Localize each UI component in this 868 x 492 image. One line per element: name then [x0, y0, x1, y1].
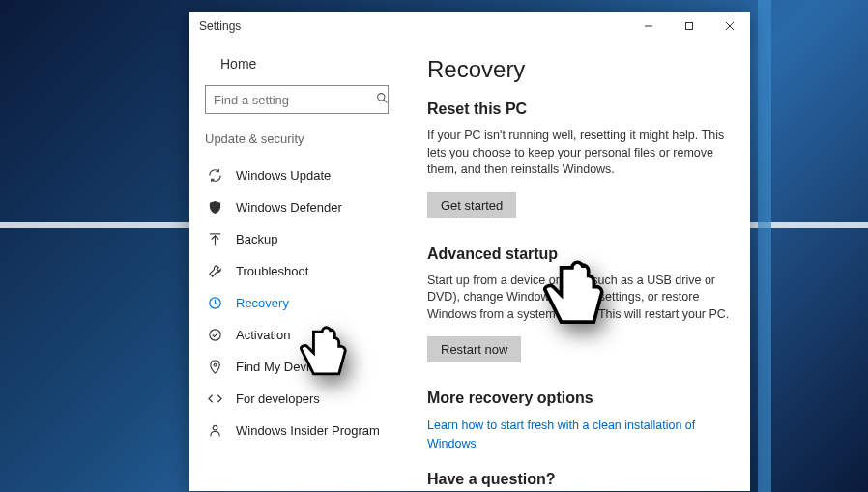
sidebar-item-insider-program[interactable]: Windows Insider Program [205, 415, 389, 447]
svg-line-6 [384, 100, 387, 102]
shield-icon [207, 200, 222, 215]
settings-window: Settings Home [189, 12, 750, 491]
titlebar[interactable]: Settings [189, 12, 750, 41]
advanced-startup-heading: Advanced startup [427, 246, 731, 263]
advanced-startup-body: Start up from a device or disc (such as … [427, 273, 731, 324]
svg-point-9 [209, 330, 219, 340]
svg-point-10 [214, 363, 217, 366]
svg-rect-1 [686, 23, 693, 30]
search-input[interactable] [205, 85, 389, 114]
restart-now-button[interactable]: Restart now [427, 336, 521, 362]
sidebar-category: Update & security [205, 131, 389, 146]
sidebar-item-windows-update[interactable]: Windows Update [205, 159, 389, 191]
recovery-icon [207, 296, 222, 310]
svg-point-5 [378, 94, 385, 101]
close-button[interactable] [709, 12, 750, 41]
page-title: Recovery [427, 56, 731, 83]
backup-icon [207, 232, 222, 246]
nav-label: Find My Device [236, 360, 323, 374]
sidebar-item-activation[interactable]: Activation [205, 319, 389, 351]
sidebar-item-windows-defender[interactable]: Windows Defender [205, 191, 389, 223]
get-started-button[interactable]: Get started [427, 192, 516, 218]
reset-pc-heading: Reset this PC [427, 101, 731, 118]
activation-icon [207, 328, 222, 342]
sidebar-item-backup[interactable]: Backup [205, 223, 389, 255]
sidebar-item-for-developers[interactable]: For developers [205, 383, 389, 415]
window-title: Settings [199, 19, 241, 33]
start-fresh-link[interactable]: Learn how to start fresh with a clean in… [427, 417, 731, 453]
home-label: Home [220, 56, 256, 72]
nav-label: For developers [236, 391, 320, 406]
nav-label: Recovery [236, 296, 289, 310]
nav-label: Windows Update [236, 168, 331, 183]
search-field[interactable] [214, 93, 376, 107]
desktop-background-accent [758, 0, 771, 492]
developer-icon [207, 391, 222, 406]
search-icon [376, 92, 389, 107]
main-panel: Recovery Reset this PC If your PC isn't … [404, 41, 750, 491]
nav-label: Windows Defender [236, 200, 342, 215]
nav-label: Activation [236, 328, 290, 342]
sidebar-item-troubleshoot[interactable]: Troubleshoot [205, 255, 389, 287]
sidebar-home[interactable]: Home [205, 52, 389, 85]
have-a-question-heading: Have a question? [427, 471, 731, 488]
location-icon [207, 360, 222, 374]
nav-label: Windows Insider Program [236, 423, 380, 438]
wrench-icon [207, 264, 222, 278]
maximize-button[interactable] [669, 12, 709, 41]
sync-icon [207, 168, 222, 183]
reset-pc-body: If your PC isn't running well, resetting… [427, 128, 731, 179]
sidebar: Home Update & security Windows Update Wi… [189, 41, 404, 491]
nav-label: Backup [236, 232, 277, 246]
nav-label: Troubleshoot [236, 264, 308, 278]
minimize-button[interactable] [628, 12, 669, 41]
sidebar-item-find-my-device[interactable]: Find My Device [205, 351, 389, 383]
insider-icon [207, 423, 222, 438]
svg-point-11 [213, 425, 217, 430]
more-recovery-heading: More recovery options [427, 390, 731, 407]
sidebar-item-recovery[interactable]: Recovery [205, 287, 389, 319]
